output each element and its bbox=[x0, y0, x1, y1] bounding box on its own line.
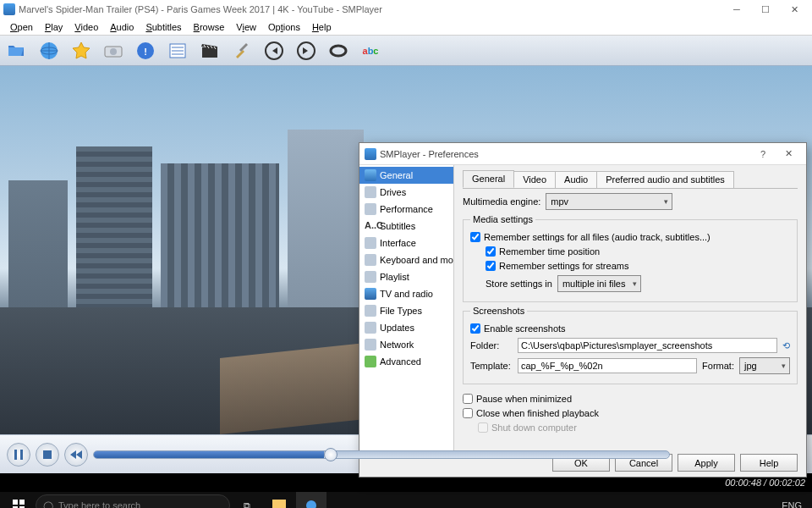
stop-button[interactable] bbox=[36, 443, 59, 467]
menu-subtitles[interactable]: Subtitles bbox=[140, 20, 186, 34]
remember-streams-check[interactable]: Remember settings for streams bbox=[486, 261, 628, 271]
prev-track-icon[interactable] bbox=[264, 41, 284, 61]
nav-general[interactable]: General bbox=[359, 167, 453, 184]
prefs-app-icon bbox=[365, 148, 376, 160]
svg-text:!: ! bbox=[144, 47, 147, 57]
tab-preferred[interactable]: Preferred audio and subtitles bbox=[596, 171, 734, 188]
info-icon[interactable]: ! bbox=[135, 41, 156, 61]
enable-screenshots-check[interactable]: Enable screenshots bbox=[470, 323, 566, 334]
preferences-dialog: SMPlayer - Preferences ? ✕ General Drive… bbox=[359, 142, 807, 478]
media-legend: Media settings bbox=[470, 214, 535, 224]
menu-help[interactable]: Help bbox=[307, 20, 337, 34]
menu-video[interactable]: Video bbox=[69, 20, 103, 34]
svg-rect-11 bbox=[14, 450, 17, 460]
nav-drives[interactable]: Drives bbox=[359, 184, 453, 201]
list-icon[interactable] bbox=[167, 41, 188, 61]
menu-view[interactable]: View bbox=[231, 20, 261, 34]
camera-icon[interactable] bbox=[103, 41, 123, 61]
maximize-button[interactable]: ☐ bbox=[751, 0, 780, 19]
globe-icon[interactable] bbox=[39, 41, 59, 61]
abc-letters-icon[interactable]: abc bbox=[360, 41, 381, 61]
engine-combo[interactable]: mpv bbox=[546, 193, 672, 210]
apply-button[interactable]: Apply bbox=[678, 454, 735, 472]
help-button[interactable]: Help bbox=[740, 454, 798, 472]
nav-tv[interactable]: TV and radio bbox=[359, 285, 453, 302]
remember-time-check[interactable]: Remember time position bbox=[486, 246, 600, 257]
nav-filetypes[interactable]: File Types bbox=[359, 302, 453, 319]
svg-point-3 bbox=[110, 48, 117, 55]
store-label: Store settings in bbox=[486, 279, 552, 289]
smplayer-task-icon[interactable] bbox=[296, 492, 326, 508]
search-placeholder: Type here to search bbox=[58, 500, 140, 508]
svg-point-10 bbox=[331, 46, 346, 56]
svg-rect-13 bbox=[43, 450, 52, 459]
nav-playlist[interactable]: Playlist bbox=[359, 268, 453, 285]
system-tray: ENG bbox=[782, 500, 809, 508]
menu-audio[interactable]: Audio bbox=[105, 20, 139, 34]
pause-minimized-check[interactable]: Pause when minimized bbox=[463, 394, 572, 404]
prefs-title: SMPlayer - Preferences bbox=[380, 149, 479, 159]
remember-all-check[interactable]: Remember settings for all files (audio t… bbox=[470, 232, 710, 242]
window-title: Marvel's Spider-Man Trailer (PS4) - Pari… bbox=[19, 4, 382, 14]
nav-performance[interactable]: Performance bbox=[359, 201, 453, 218]
prefs-nav: General Drives Performance A..CSubtitles… bbox=[359, 165, 454, 453]
tools-icon[interactable] bbox=[232, 41, 252, 61]
nav-keyboard[interactable]: Keyboard and mouse bbox=[359, 251, 453, 268]
prefs-panel: General Video Audio Preferred audio and … bbox=[454, 165, 806, 453]
close-button[interactable]: ✕ bbox=[780, 0, 809, 19]
explorer-icon[interactable] bbox=[264, 492, 294, 508]
app-icon bbox=[3, 3, 15, 15]
main-toolbar: ! abc bbox=[0, 36, 812, 66]
prefs-help-button[interactable]: ? bbox=[750, 144, 776, 164]
store-combo[interactable]: multiple ini files bbox=[557, 275, 642, 292]
video-area[interactable]: SMPlayer - Preferences ? ✕ General Drive… bbox=[0, 66, 812, 434]
prefs-close-button[interactable]: ✕ bbox=[776, 144, 801, 164]
cortana-icon: ◯ bbox=[43, 500, 53, 509]
main-titlebar: Marvel's Spider-Man Trailer (PS4) - Pari… bbox=[0, 0, 812, 19]
nav-network[interactable]: Network bbox=[359, 336, 453, 353]
svg-rect-15 bbox=[13, 500, 18, 505]
open-file-icon[interactable] bbox=[7, 41, 27, 61]
nav-advanced[interactable]: Advanced bbox=[359, 353, 453, 370]
task-view-icon[interactable]: ⧉ bbox=[232, 492, 262, 508]
engine-label: Multimedia engine: bbox=[463, 196, 540, 207]
play-pause-button[interactable] bbox=[7, 443, 30, 467]
tab-general[interactable]: General bbox=[463, 170, 514, 188]
nav-interface[interactable]: Interface bbox=[359, 235, 453, 251]
nav-subtitles[interactable]: A..CSubtitles bbox=[359, 218, 453, 235]
svg-rect-12 bbox=[20, 450, 23, 460]
tab-video[interactable]: Video bbox=[513, 171, 556, 188]
menu-play[interactable]: Play bbox=[40, 20, 68, 34]
folder-input[interactable] bbox=[518, 338, 777, 353]
menu-open[interactable]: Open bbox=[5, 20, 38, 34]
repeat-icon[interactable] bbox=[328, 41, 348, 61]
next-track-icon[interactable] bbox=[296, 41, 316, 61]
media-settings-group: Media settings Remember settings for all… bbox=[463, 214, 798, 302]
folder-label: Folder: bbox=[470, 340, 513, 351]
format-combo[interactable]: jpg bbox=[739, 357, 790, 374]
time-display: 00:00:48 / 00:02:02 bbox=[725, 478, 805, 488]
svg-rect-19 bbox=[272, 500, 286, 508]
rewind-button[interactable] bbox=[64, 443, 88, 467]
close-finished-check[interactable]: Close when finished playback bbox=[463, 408, 599, 418]
tab-audio[interactable]: Audio bbox=[555, 171, 597, 188]
svg-rect-16 bbox=[19, 500, 25, 505]
template-input[interactable] bbox=[518, 358, 697, 373]
browse-folder-icon[interactable]: ⟲ bbox=[782, 340, 790, 351]
star-icon[interactable] bbox=[71, 41, 91, 61]
menubar: Open Play Video Audio Subtitles Browse V… bbox=[0, 19, 812, 36]
minimize-button[interactable]: ─ bbox=[722, 0, 751, 19]
prefs-titlebar[interactable]: SMPlayer - Preferences ? ✕ bbox=[359, 143, 806, 165]
seek-bar[interactable] bbox=[93, 450, 670, 459]
menu-options[interactable]: Options bbox=[263, 20, 305, 34]
nav-updates[interactable]: Updates bbox=[359, 319, 453, 336]
menu-browse[interactable]: Browse bbox=[189, 20, 230, 34]
windows-taskbar: ◯ Type here to search ⧉ ENG bbox=[0, 492, 812, 508]
taskbar-search[interactable]: ◯ Type here to search bbox=[36, 494, 230, 508]
tray-lang[interactable]: ENG bbox=[782, 500, 802, 508]
screenshots-group: Screenshots Enable screenshots Folder: ⟲… bbox=[463, 306, 798, 384]
clapper-icon[interactable] bbox=[200, 41, 220, 61]
format-label: Format: bbox=[702, 361, 734, 371]
prefs-tabs: General Video Audio Preferred audio and … bbox=[463, 170, 798, 189]
start-button[interactable] bbox=[3, 492, 34, 508]
